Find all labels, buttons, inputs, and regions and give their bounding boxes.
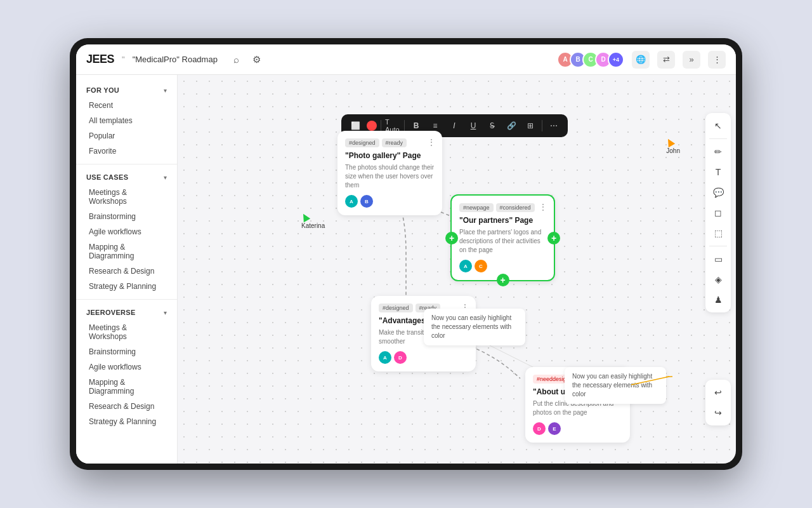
add-btn-left[interactable]: + xyxy=(445,232,458,244)
sidebar: FOR YOU ▾ Recent All templates Popular F… xyxy=(76,75,178,464)
card-desc-partners: Place the partners' logos and descriptio… xyxy=(459,228,546,255)
jeeroverse-header[interactable]: JEEROVERSE ▾ xyxy=(76,305,177,320)
card-tags-partners: #newpage #considered xyxy=(459,203,546,212)
card-footer-about: D E xyxy=(533,422,622,435)
for-you-header[interactable]: FOR YOU ▾ xyxy=(76,83,177,98)
rect-tool[interactable]: ▭ xyxy=(709,250,727,268)
sidebar-section-use-cases: USE CASES ▾ Meetings & Workshops Brainst… xyxy=(76,170,177,294)
cursor-katerina: Katerina xyxy=(301,213,325,229)
toolbar-sep-1 xyxy=(381,120,381,131)
app-logo: JEES xyxy=(86,53,114,66)
more-icon[interactable]: ⋮ xyxy=(708,51,726,69)
add-btn-right[interactable]: + xyxy=(547,232,560,244)
sidebar-section-jeeroverse: JEEROVERSE ▾ Meetings & Workshops Brains… xyxy=(76,305,177,429)
sidebar-item-all-templates[interactable]: All templates xyxy=(76,113,177,128)
search-icon[interactable]: ⌕ xyxy=(230,53,243,66)
sidebar-item-agile[interactable]: Agile workflows xyxy=(76,224,177,239)
avatar-photo-2: B xyxy=(360,195,373,208)
header-icons: ⌕ ⚙ xyxy=(230,53,263,66)
card-our-partners[interactable]: #newpage #considered "Our partners" Page… xyxy=(450,194,555,281)
card-footer-photo: A B xyxy=(345,195,435,208)
card-footer-advantages: A D xyxy=(379,351,468,364)
settings-icon[interactable]: ⚙ xyxy=(251,53,263,66)
globe-icon[interactable]: 🌐 xyxy=(632,51,650,69)
text-tool[interactable]: T xyxy=(709,163,727,181)
tool-sep-2 xyxy=(709,246,727,246)
sidebar-item-research-j[interactable]: Research & Design xyxy=(76,399,177,414)
cursor-john: John xyxy=(666,138,680,154)
note-1: Now you can easily highlight the necessa… xyxy=(424,309,525,345)
redo-btn[interactable]: ↪ xyxy=(709,404,727,422)
card-footer-partners: A C xyxy=(459,260,546,272)
sidebar-item-strategy-j[interactable]: Strategy & Planning xyxy=(76,414,177,429)
color-picker-red[interactable] xyxy=(367,121,377,131)
sidebar-item-popular[interactable]: Popular xyxy=(76,128,177,144)
expand-icon[interactable]: » xyxy=(683,51,700,69)
component-tool[interactable]: ◈ xyxy=(709,271,727,288)
avatar-count: +4 xyxy=(608,51,624,68)
canvas[interactable]: ⬜ T Auto B ≡ I U S̶ 🔗 ⊞ ⋯ xyxy=(178,75,736,464)
cursor-tool[interactable]: ↖ xyxy=(709,117,727,135)
note-2-text: Now you can easily highlight the necessa… xyxy=(572,373,652,398)
sidebar-item-brainstorming-j[interactable]: Brainstorming xyxy=(76,344,177,359)
sidebar-item-meetings-j[interactable]: Meetings & Workshops xyxy=(76,320,177,344)
toolbar-sep-2 xyxy=(404,120,405,131)
use-cases-header[interactable]: USE CASES ▾ xyxy=(76,170,177,185)
sidebar-item-strategy[interactable]: Strategy & Planning xyxy=(76,279,177,294)
avatar-adv-2: D xyxy=(394,351,407,364)
cursor-katerina-label: Katerina xyxy=(301,222,325,229)
sidebar-item-favorite[interactable]: Favorite xyxy=(76,144,177,159)
link-btn[interactable]: 🔗 xyxy=(504,118,519,133)
comment-tool[interactable]: 💬 xyxy=(709,184,727,201)
italic-btn[interactable]: I xyxy=(447,118,462,133)
shape-tool[interactable]: ◻ xyxy=(709,204,727,222)
header-right: A B C D +4 🌐 ⇄ » ⋮ xyxy=(557,51,726,69)
card-desc-photo: The photos should change their size when… xyxy=(345,163,435,190)
header: JEES " "MedicalPro" Roadmap ⌕ ⚙ A B C D … xyxy=(76,44,736,75)
toolbar-sep-3 xyxy=(542,120,542,131)
card-menu-partners[interactable]: ⋮ xyxy=(539,202,547,212)
note-1-text: Now you can easily highlight the necessa… xyxy=(431,314,511,339)
tag-newpage: #newpage xyxy=(459,203,494,212)
breadcrumb-separator: " xyxy=(122,55,125,64)
cursor-katerina-shape xyxy=(300,212,310,222)
jeeroverse-title: JEEROVERSE xyxy=(86,309,136,316)
sidebar-item-brainstorming[interactable]: Brainstorming xyxy=(76,209,177,224)
sidebar-item-meetings[interactable]: Meetings & Workshops xyxy=(76,185,177,209)
card-title-partners: "Our partners" Page xyxy=(459,216,546,225)
card-tags-photo: #designed #ready xyxy=(345,138,435,147)
sidebar-item-recent[interactable]: Recent xyxy=(76,98,177,113)
use-cases-title: USE CASES xyxy=(86,173,128,181)
jeeroverse-chevron: ▾ xyxy=(164,309,167,316)
avatar-photo-1: A xyxy=(345,195,358,208)
tag-ready: #ready xyxy=(382,138,407,147)
strikethrough-btn[interactable]: S̶ xyxy=(485,118,500,133)
underline-btn[interactable]: U xyxy=(466,118,481,133)
format-btn[interactable]: ⊞ xyxy=(523,118,538,133)
sidebar-item-research[interactable]: Research & Design xyxy=(76,264,177,279)
device-frame: JEES " "MedicalPro" Roadmap ⌕ ⚙ A B C D … xyxy=(70,38,742,470)
avatar-partners-2: C xyxy=(475,260,487,272)
card-photo-gallery[interactable]: #designed #ready "Photo gallery" Page Th… xyxy=(337,131,442,215)
cursor-john-shape xyxy=(665,137,675,147)
sidebar-item-mapping[interactable]: Mapping & Diagramming xyxy=(76,239,177,264)
avatar-partners-1: A xyxy=(459,260,472,272)
tag-considered: #considered xyxy=(496,203,535,212)
sidebar-item-agile-j[interactable]: Agile workflows xyxy=(76,359,177,375)
pencil-tool[interactable]: ✏ xyxy=(709,143,727,161)
select-box-tool[interactable]: ⬚ xyxy=(709,224,727,242)
note-2: Now you can easily highlight the necessa… xyxy=(565,367,666,404)
person-tool[interactable]: ♟ xyxy=(709,291,727,309)
card-menu-photo[interactable]: ⋮ xyxy=(427,137,436,147)
sidebar-item-mapping-j[interactable]: Mapping & Diagramming xyxy=(76,375,177,399)
more-btn[interactable]: ⋯ xyxy=(546,118,561,133)
avatar-adv-1: A xyxy=(379,351,391,364)
add-btn-bottom[interactable]: + xyxy=(497,274,509,286)
avatar-about-2: E xyxy=(548,422,561,435)
shuffle-icon[interactable]: ⇄ xyxy=(657,51,675,69)
sidebar-section-for-you: FOR YOU ▾ Recent All templates Popular F… xyxy=(76,83,177,159)
undo-btn[interactable]: ↩ xyxy=(709,384,727,401)
undo-redo-panel: ↩ ↪ xyxy=(705,380,731,425)
tag-designed: #designed xyxy=(345,138,379,147)
for-you-chevron: ▾ xyxy=(164,87,167,94)
